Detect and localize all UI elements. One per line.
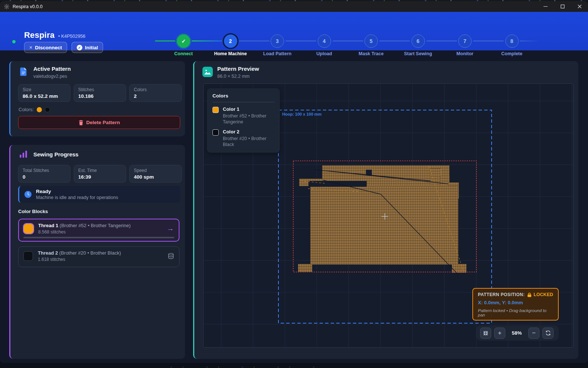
fit-to-screen-button[interactable] <box>480 328 491 339</box>
status-desc: Machine is idle and ready for operations <box>36 195 118 200</box>
lock-icon <box>527 292 532 297</box>
stat-value: 10.186 <box>78 93 122 99</box>
stat-colors: Colors 2 <box>129 84 182 102</box>
pattern-lock-hint: Pattern locked • Drag background to pan <box>478 308 553 317</box>
disconnect-button[interactable]: × Disconnect <box>24 42 67 53</box>
thread-2-block[interactable]: Thread 2 (Brother #20 • Brother Black) 1… <box>18 246 179 267</box>
clock-icon <box>24 190 32 198</box>
hoop-size-label: Hoop: 100 x 100 mm <box>282 112 321 116</box>
legend-color-desc: Brother #52 • Brother Tangerine <box>223 113 274 125</box>
legend-item-color-2: Color 2 Brother #20 • Brother Black <box>212 129 274 147</box>
stat-total-stitches: Total Stitches 0 <box>18 165 70 183</box>
thread-2-swatch <box>23 251 33 261</box>
app-window: Respira v0.0.0 Respira • K4P502956 <box>0 1 588 363</box>
stat-value: 16:39 <box>78 174 122 180</box>
close-button[interactable] <box>571 1 588 12</box>
legend-swatch-1 <box>212 107 219 113</box>
step-mask-trace[interactable]: 5 Mask Trace <box>348 28 394 56</box>
machine-status-banner: Ready Machine is idle and ready for oper… <box>18 186 180 203</box>
stat-value: 0 <box>23 174 66 180</box>
pattern-preview-card: Pattern Preview 86.0 × 52.2 mm Hoop: 100… <box>193 61 578 359</box>
titlebar[interactable]: Respira v0.0.0 <box>0 1 588 12</box>
check-circle-icon: ✓ <box>77 45 82 50</box>
step-number: 3 <box>271 34 284 48</box>
arrow-right-icon: → <box>167 225 174 233</box>
thread-name: Thread 2 <box>38 250 58 256</box>
thread-name: Thread 1 <box>38 223 58 228</box>
step-label: Start Sewing <box>395 51 442 56</box>
legend-swatch-2 <box>212 129 219 136</box>
window-title: Respira v0.0.0 <box>13 4 43 9</box>
x-icon: × <box>29 44 32 50</box>
stat-value: 2 <box>134 93 177 99</box>
legend-color-desc: Brother #20 • Brother Black <box>223 136 274 147</box>
pattern-coordinates: X: 0.0mm, Y: 0.0mm <box>478 300 553 305</box>
pattern-position-overlay: PATTERN POSITION: LOCKED X: 0.0mm, Y: 0.… <box>472 288 559 321</box>
step-label: Complete <box>489 51 535 56</box>
maximize-button[interactable] <box>554 1 571 12</box>
file-icon <box>19 67 29 77</box>
active-pattern-title: Active Pattern <box>33 66 71 72</box>
initial-label: Initial <box>85 45 98 50</box>
thread-stitch-count: 1.618 stitches <box>38 257 121 262</box>
color-dot-orange <box>37 107 42 112</box>
preview-canvas-area[interactable]: Hoop: 100 x 100 mm Colors Color 1 Brothe… <box>203 83 574 348</box>
thread-1-swatch <box>24 224 33 233</box>
stat-speed: Speed 400 spm <box>129 165 182 183</box>
colors-label: Colors: <box>19 107 34 112</box>
zoom-level: 58% <box>508 330 525 336</box>
stat-label: Size <box>23 87 66 92</box>
bar-chart-icon <box>19 149 29 159</box>
step-check-icon: ✓ <box>177 34 190 48</box>
stat-label: Total Stitches <box>23 168 66 173</box>
legend-color-name: Color 1 <box>223 106 274 112</box>
step-label: Home Machine <box>207 51 254 56</box>
app-name: Respira <box>24 30 54 40</box>
stat-value: 86.0 x 52.2 mm <box>23 93 66 99</box>
thread-1-progress-bar <box>23 237 174 238</box>
connection-status-dot <box>12 40 16 43</box>
step-number: 7 <box>458 34 472 48</box>
wizard-stepper: ✓ Connect 2 Home Machine 3 Load Pattern … <box>160 28 535 56</box>
step-start-sewing[interactable]: 6 Start Sewing <box>395 28 442 56</box>
step-label: Load Pattern <box>254 51 301 56</box>
stat-label: Colors <box>134 87 177 92</box>
step-connect[interactable]: ✓ Connect <box>160 28 207 56</box>
step-number: 2 <box>224 34 237 48</box>
pattern-position-label: PATTERN POSITION: <box>478 292 525 297</box>
colors-legend: Colors Color 1 Brother #52 • Brother Tan… <box>207 88 280 153</box>
step-number: 5 <box>364 34 378 48</box>
active-pattern-card: Active Pattern valetudogv2.pes Size 86.0… <box>9 61 185 136</box>
step-label: Monitor <box>442 51 488 56</box>
delete-pattern-button[interactable]: Delete Pattern <box>18 116 180 129</box>
zoom-toolbar: + 58% − <box>476 325 559 341</box>
legend-title: Colors <box>212 93 274 102</box>
status-title: Ready <box>36 189 118 194</box>
sewing-progress-title: Sewing Progress <box>33 151 79 158</box>
step-complete[interactable]: 8 Complete <box>489 28 535 56</box>
pattern-preview-title: Pattern Preview <box>217 66 259 72</box>
thread-detail: (Brother #52 • Brother Tangerine) <box>60 223 131 228</box>
step-label: Connect <box>160 51 207 56</box>
step-monitor[interactable]: 7 Monitor <box>442 28 488 56</box>
screen: Respira v0.0.0 Respira • K4P502956 <box>0 0 588 368</box>
color-dot-black <box>45 107 50 112</box>
step-number: 4 <box>318 34 331 48</box>
delete-pattern-label: Delete Pattern <box>86 120 120 125</box>
zoom-out-button[interactable]: − <box>528 328 539 339</box>
initial-button[interactable]: ✓ Initial <box>72 42 103 53</box>
sewing-progress-card: Sewing Progress Total Stitches 0 Est. Ti… <box>9 145 185 359</box>
reset-view-button[interactable] <box>542 328 554 339</box>
trash-icon <box>79 120 83 125</box>
step-number: 8 <box>505 34 519 48</box>
step-upload[interactable]: 4 Upload <box>301 28 348 56</box>
step-home-machine[interactable]: 2 Home Machine <box>207 28 254 56</box>
zoom-in-button[interactable]: + <box>494 328 505 339</box>
machine-serial: • K4P502956 <box>58 34 85 39</box>
minimize-button[interactable] <box>537 1 554 12</box>
thread-stitch-count: 8.568 stitches <box>38 229 131 235</box>
disconnect-label: Disconnect <box>35 45 62 50</box>
thread-1-block[interactable]: Thread 1 (Brother #52 • Brother Tangerin… <box>18 219 179 242</box>
step-load-pattern[interactable]: 3 Load Pattern <box>254 28 301 56</box>
stat-label: Stitches <box>78 87 122 92</box>
